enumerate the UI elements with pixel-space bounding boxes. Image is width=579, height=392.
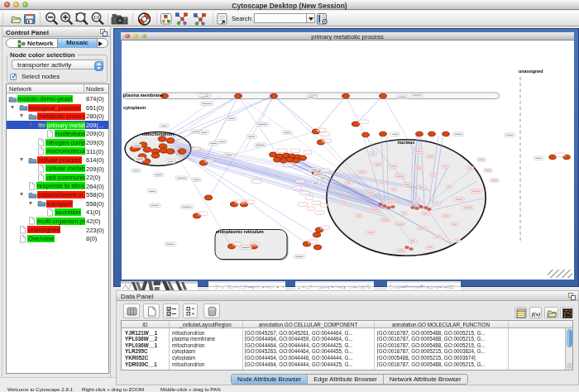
svg-text:f(x): f(x) [532,311,541,318]
svg-text:1:1: 1:1 [93,15,99,20]
